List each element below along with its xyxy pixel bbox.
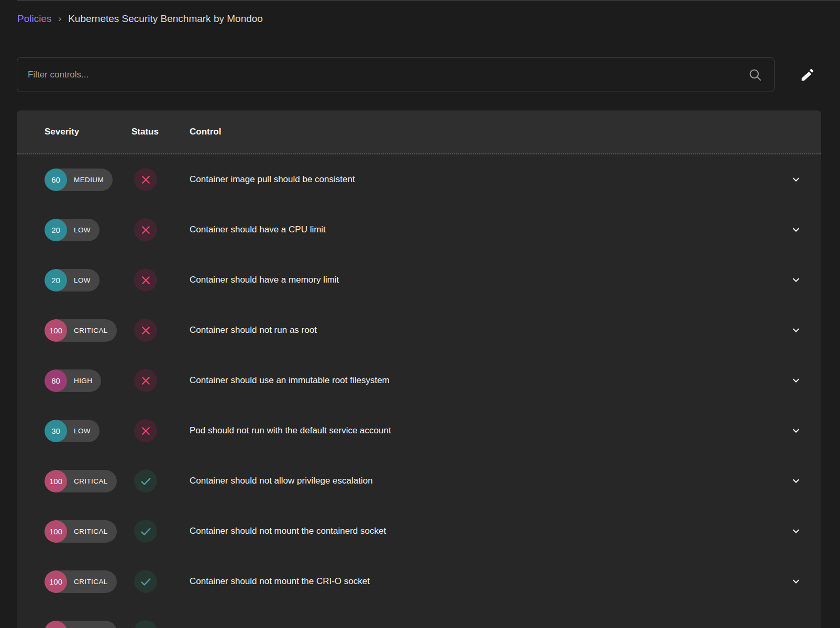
pass-check-icon bbox=[139, 625, 152, 628]
severity-score: 20 bbox=[45, 269, 67, 291]
status-icon bbox=[134, 319, 157, 342]
pass-check-icon bbox=[139, 575, 152, 588]
chevron-down-icon[interactable] bbox=[790, 575, 802, 588]
header-status: Status bbox=[131, 127, 190, 137]
table-row[interactable]: 20 LOW Container should have a CPU limit bbox=[17, 205, 821, 255]
status-icon bbox=[134, 218, 157, 241]
breadcrumb-separator: › bbox=[58, 14, 61, 24]
severity-score: 100 bbox=[45, 570, 67, 593]
control-name: Container image pull should be consisten… bbox=[190, 174, 355, 184]
filter-controls-field[interactable] bbox=[17, 57, 775, 92]
severity-label: CRITICAL bbox=[67, 528, 117, 535]
severity-label: LOW bbox=[67, 427, 100, 435]
status-icon bbox=[134, 469, 157, 492]
status-icon bbox=[134, 620, 157, 628]
severity-label: MEDIUM bbox=[67, 176, 113, 184]
table-row[interactable]: 30 LOW Pod should not run with the defau… bbox=[17, 406, 821, 456]
severity-badge: 100 CRITICAL bbox=[45, 570, 117, 593]
edit-button[interactable] bbox=[800, 67, 815, 83]
chevron-down-icon[interactable] bbox=[790, 173, 802, 186]
pencil-icon bbox=[800, 67, 815, 83]
table-row[interactable]: 80 HIGH Container should use an immutabl… bbox=[17, 355, 821, 406]
fail-x-icon bbox=[140, 425, 152, 437]
controls-table: Severity Status Control 60 MEDIUM Contai… bbox=[17, 110, 821, 628]
status-icon bbox=[134, 369, 157, 392]
fail-x-icon bbox=[140, 224, 152, 236]
status-icon bbox=[134, 570, 157, 593]
severity-label: CRITICAL bbox=[67, 327, 117, 334]
fail-x-icon bbox=[140, 324, 152, 337]
severity-score: 100 bbox=[45, 470, 67, 492]
severity-badge: 20 LOW bbox=[45, 219, 100, 241]
severity-badge: 80 HIGH bbox=[45, 369, 101, 392]
table-row[interactable]: 100 CRITICAL Container should not mount … bbox=[17, 506, 821, 556]
severity-label: CRITICAL bbox=[67, 477, 117, 485]
severity-badge: 20 LOW bbox=[45, 269, 100, 291]
chevron-down-icon[interactable] bbox=[790, 625, 802, 628]
severity-label: HIGH bbox=[67, 377, 101, 385]
table-row[interactable]: 20 LOW Container should have a memory li… bbox=[17, 255, 821, 305]
filter-controls-input[interactable] bbox=[17, 58, 774, 92]
severity-score: 100 bbox=[45, 621, 67, 628]
severity-label: CRITICAL bbox=[67, 578, 117, 586]
severity-score: 60 bbox=[45, 169, 67, 191]
pass-check-icon bbox=[139, 525, 152, 538]
fail-x-icon bbox=[140, 174, 152, 186]
table-row[interactable]: 100 CRITICAL Container should not mount … bbox=[17, 556, 821, 607]
control-name: Container should not allow privilege esc… bbox=[190, 476, 373, 486]
status-icon bbox=[134, 268, 157, 291]
chevron-down-icon[interactable] bbox=[790, 524, 802, 538]
chevron-down-icon[interactable] bbox=[790, 424, 802, 438]
table-row[interactable]: 100 CRITICAL Container should not allow … bbox=[17, 456, 821, 506]
fail-x-icon bbox=[140, 274, 152, 286]
severity-label: LOW bbox=[67, 276, 100, 284]
severity-score: 30 bbox=[45, 420, 67, 442]
header-severity: Severity bbox=[45, 127, 131, 137]
chevron-down-icon[interactable] bbox=[790, 273, 802, 287]
severity-label: LOW bbox=[67, 226, 100, 234]
severity-score: 20 bbox=[45, 219, 67, 241]
pass-check-icon bbox=[139, 475, 152, 488]
control-name: Container should not mount the CRI-O soc… bbox=[190, 576, 370, 586]
status-icon bbox=[134, 168, 157, 191]
chevron-down-icon[interactable] bbox=[790, 223, 802, 237]
control-name: Container should not mount the container… bbox=[190, 526, 386, 536]
severity-score: 80 bbox=[45, 369, 67, 392]
severity-badge: 100 CRITICAL bbox=[45, 520, 117, 543]
breadcrumb-policies-link[interactable]: Policies bbox=[17, 13, 51, 25]
severity-badge: 100 CRITICAL bbox=[45, 621, 117, 628]
control-name: Container should not run as root bbox=[190, 325, 317, 335]
breadcrumb-current-page: Kubernetes Security Benchmark by Mondoo bbox=[68, 13, 263, 25]
control-name: Container should use an immutable root f… bbox=[190, 375, 390, 385]
chevron-down-icon[interactable] bbox=[790, 323, 802, 337]
header-control: Control bbox=[190, 127, 790, 137]
table-header-row: Severity Status Control bbox=[17, 110, 821, 154]
severity-badge: 60 MEDIUM bbox=[45, 169, 113, 191]
search-icon bbox=[748, 68, 762, 82]
control-name: Container should have a memory limit bbox=[190, 275, 339, 285]
status-icon bbox=[134, 520, 157, 543]
table-row[interactable]: 60 MEDIUM Container image pull should be… bbox=[17, 154, 821, 205]
breadcrumb: Policies › Kubernetes Security Benchmark… bbox=[17, 13, 263, 25]
table-row[interactable]: 100 CRITICAL Container should not run as… bbox=[17, 305, 821, 355]
severity-score: 100 bbox=[45, 520, 67, 543]
controls-list: 60 MEDIUM Container image pull should be… bbox=[17, 154, 821, 628]
fail-x-icon bbox=[140, 375, 152, 387]
table-row[interactable]: 100 CRITICAL bbox=[17, 607, 821, 628]
chevron-down-icon[interactable] bbox=[790, 474, 802, 488]
chevron-down-icon[interactable] bbox=[790, 374, 802, 387]
control-name: Container should have a CPU limit bbox=[190, 225, 326, 234]
severity-badge: 30 LOW bbox=[45, 420, 100, 442]
severity-badge: 100 CRITICAL bbox=[45, 319, 117, 342]
control-name: Pod should not run with the default serv… bbox=[190, 425, 391, 435]
status-icon bbox=[134, 419, 157, 442]
top-divider bbox=[17, 0, 840, 1]
severity-score: 100 bbox=[45, 319, 67, 342]
severity-badge: 100 CRITICAL bbox=[45, 470, 117, 492]
